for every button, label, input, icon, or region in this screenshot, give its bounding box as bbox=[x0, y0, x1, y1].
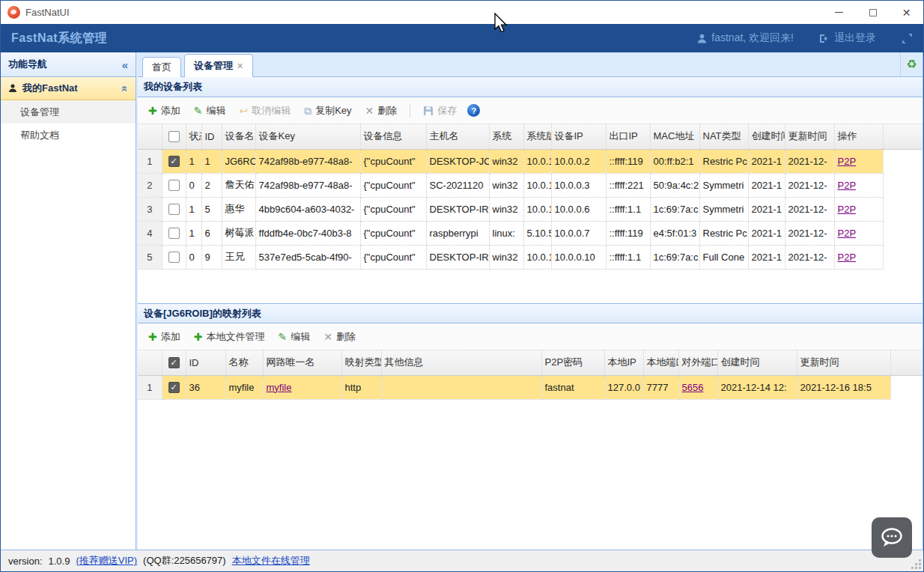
cell[interactable]: 10.0.0.2 bbox=[551, 149, 606, 173]
accordion-header-myfastnat[interactable]: 我的FastNat « bbox=[1, 77, 136, 100]
cell[interactable] bbox=[381, 375, 541, 399]
select-all-checkbox-cell[interactable] bbox=[162, 124, 186, 149]
row-checkbox[interactable]: ✓ bbox=[168, 382, 180, 393]
cell[interactable]: Symmetri bbox=[699, 197, 748, 221]
cell[interactable]: 1 bbox=[201, 149, 222, 173]
p2p-link[interactable]: P2P bbox=[838, 156, 857, 167]
cell[interactable]: 10.0.18 bbox=[523, 149, 551, 173]
row-checkbox-cell[interactable]: ✓ bbox=[162, 375, 186, 399]
cell[interactable]: 1 bbox=[186, 149, 201, 173]
edit-button[interactable]: ✎编辑 bbox=[188, 101, 232, 121]
column-header[interactable]: 其他信息 bbox=[381, 350, 541, 375]
row-number[interactable]: 1 bbox=[138, 149, 162, 173]
cell[interactable]: Restric Pc bbox=[699, 221, 748, 245]
cell[interactable]: 詹天佑 bbox=[222, 173, 255, 197]
cell[interactable]: 1c:69:7a:c bbox=[650, 197, 699, 221]
table-row[interactable]: 1✓11JG6RO742af98b-e977-48a8-{"cpuCount"D… bbox=[138, 149, 923, 173]
save-button[interactable]: 保存 bbox=[417, 101, 463, 121]
cell[interactable]: 2021-1 bbox=[748, 173, 785, 197]
local-file-link[interactable]: 本地文件在线管理 bbox=[232, 554, 310, 568]
column-header[interactable]: 状态 bbox=[186, 124, 201, 149]
cell[interactable]: win32 bbox=[489, 149, 523, 173]
cell[interactable]: 10.0.19 bbox=[523, 197, 551, 221]
table-row[interactable]: 315惠华4bb9c604-a603-4032-{"cpuCount"DESKT… bbox=[138, 197, 923, 221]
row-checkbox-cell[interactable] bbox=[162, 197, 186, 221]
select-all-checkbox[interactable] bbox=[168, 131, 180, 142]
cell[interactable]: 742af98b-e977-48a8- bbox=[255, 149, 360, 173]
table-row[interactable]: 1✓36myfilemyfilehttpfastnat127.0.0777756… bbox=[138, 375, 923, 399]
cell[interactable]: e4:5f:01:3 bbox=[650, 221, 699, 245]
p2p-link[interactable]: P2P bbox=[838, 180, 857, 191]
cell[interactable]: P2P bbox=[834, 221, 883, 245]
row-number[interactable]: 2 bbox=[138, 173, 162, 197]
cell[interactable]: P2P bbox=[834, 149, 883, 173]
cell[interactable]: 2021-1 bbox=[748, 149, 785, 173]
cell[interactable]: 10.0.16 bbox=[523, 173, 551, 197]
row-checkbox[interactable] bbox=[168, 252, 180, 263]
tab-home[interactable]: 首页 bbox=[142, 57, 181, 77]
cell[interactable]: http bbox=[341, 375, 381, 399]
cell[interactable]: 10.0.0.3 bbox=[551, 173, 606, 197]
cell[interactable]: 2021-12- bbox=[785, 149, 834, 173]
sidebar-item-device-management[interactable]: 设备管理 bbox=[1, 100, 136, 124]
tab-device-management[interactable]: 设备管理 ✕ bbox=[184, 54, 253, 77]
column-header[interactable]: 主机名 bbox=[426, 124, 489, 149]
p2p-link[interactable]: P2P bbox=[838, 204, 857, 215]
cell[interactable]: ::ffff:1.1 bbox=[606, 245, 650, 269]
cell[interactable]: DESKTOP-JC bbox=[426, 149, 489, 173]
column-header[interactable]: 设备IP bbox=[551, 124, 606, 149]
cell[interactable]: 王兄 bbox=[222, 245, 255, 269]
cell[interactable]: fastnat bbox=[541, 375, 604, 399]
cell[interactable]: 9 bbox=[201, 245, 222, 269]
cell[interactable]: {"cpuCount" bbox=[360, 173, 426, 197]
cell[interactable]: P2P bbox=[834, 173, 883, 197]
cell[interactable]: 2021-12- bbox=[785, 221, 834, 245]
cell[interactable]: myfile bbox=[263, 375, 341, 399]
cell[interactable]: 树莓派 bbox=[222, 221, 255, 245]
column-header[interactable]: 设备信息 bbox=[360, 124, 426, 149]
column-header[interactable]: MAC地址 bbox=[650, 124, 699, 149]
table-row[interactable]: 202詹天佑742af98b-e977-48a8-{"cpuCount"SC-2… bbox=[138, 173, 923, 197]
cell[interactable]: ::ffff:1.1 bbox=[606, 197, 650, 221]
row-checkbox[interactable] bbox=[168, 204, 180, 215]
column-header[interactable]: ID bbox=[186, 350, 225, 375]
cell[interactable]: 2021-12-16 18:5 bbox=[797, 375, 890, 399]
row-checkbox-cell[interactable] bbox=[162, 245, 186, 269]
cell[interactable]: 10.0.0.6 bbox=[551, 197, 606, 221]
cell[interactable]: 742af98b-e977-48a8- bbox=[255, 173, 360, 197]
cell[interactable]: 00:ff:b2:1 bbox=[650, 149, 699, 173]
column-header[interactable]: 名称 bbox=[225, 350, 263, 375]
cell[interactable]: 2021-1 bbox=[748, 245, 785, 269]
row-number[interactable]: 1 bbox=[138, 375, 162, 399]
cell[interactable]: 2021-1 bbox=[748, 221, 785, 245]
cell[interactable]: raspberrypi bbox=[426, 221, 489, 245]
cell[interactable]: {"cpuCount" bbox=[360, 221, 426, 245]
cell[interactable]: SC-2021120 bbox=[426, 173, 489, 197]
cell[interactable]: {"cpuCount" bbox=[360, 197, 426, 221]
row-number[interactable]: 3 bbox=[138, 197, 162, 221]
cell[interactable]: DESKTOP-IR bbox=[426, 197, 489, 221]
cell[interactable]: 127.0.0 bbox=[604, 375, 643, 399]
cell[interactable]: 10.0.19 bbox=[523, 245, 551, 269]
table-row[interactable]: 509王兄537e7ed5-5cab-4f90-{"cpuCount"DESKT… bbox=[138, 245, 923, 269]
row-checkbox-cell[interactable] bbox=[162, 173, 186, 197]
rownum-header[interactable] bbox=[138, 350, 162, 375]
row-checkbox[interactable] bbox=[168, 180, 180, 191]
rownum-header[interactable] bbox=[138, 124, 162, 149]
row-checkbox-cell[interactable] bbox=[162, 221, 186, 245]
column-header[interactable]: 本地IP bbox=[604, 350, 643, 375]
tab-close-icon[interactable]: ✕ bbox=[237, 61, 243, 71]
row-number[interactable]: 4 bbox=[138, 221, 162, 245]
cell[interactable]: 6 bbox=[201, 221, 222, 245]
column-header[interactable]: 更新时间 bbox=[785, 124, 834, 149]
cell[interactable]: Symmetri bbox=[699, 173, 748, 197]
cell[interactable]: win32 bbox=[489, 197, 523, 221]
cell[interactable]: win32 bbox=[489, 245, 523, 269]
cancel-edit-button[interactable]: ↩取消编辑 bbox=[233, 101, 297, 121]
column-header[interactable]: 系统版本 bbox=[523, 124, 551, 149]
row-number[interactable]: 5 bbox=[138, 245, 162, 269]
column-header[interactable]: 更新时间 bbox=[797, 350, 890, 375]
minimize-button[interactable] bbox=[822, 1, 856, 24]
cell[interactable]: DESKTOP-IR bbox=[426, 245, 489, 269]
cell[interactable]: P2P bbox=[834, 245, 883, 269]
